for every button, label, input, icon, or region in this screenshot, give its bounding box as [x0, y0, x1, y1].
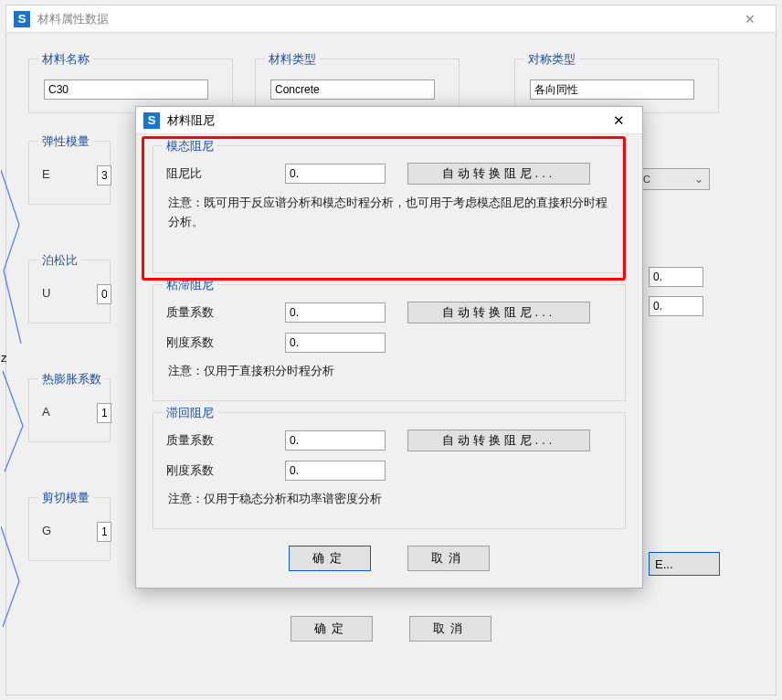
right-value-2[interactable]	[649, 296, 703, 316]
viscous-mass-input[interactable]	[285, 302, 386, 323]
legend-material-name: 材料名称	[38, 51, 93, 68]
hyst-note: 注意：仅用于稳态分析和功率谱密度分析	[166, 490, 612, 509]
poisson-label: U	[42, 286, 50, 300]
material-type-input[interactable]	[270, 80, 435, 100]
thermal-input[interactable]	[97, 403, 111, 423]
modal-title: 材料阻尼	[167, 112, 215, 129]
legend-poisson: 泊松比	[38, 252, 81, 269]
legend-symmetry-type: 对称类型	[524, 51, 579, 68]
modal-auto-convert-button[interactable]: 自动转换阻尼...	[407, 163, 590, 185]
group-poisson: 泊松比 U	[28, 260, 111, 323]
svg-text:z: z	[1, 351, 7, 365]
hyst-stiff-input[interactable]	[285, 461, 386, 481]
hyst-mass-label: 质量系数	[166, 432, 276, 449]
material-damping-dialog: S 材料阻尼 ✕ 模态阻尼 阻尼比 自动转换阻尼... 注意：既可用于反应谱分析…	[135, 106, 643, 589]
legend-hysteretic-damping: 滞回阻尼	[163, 405, 217, 421]
legend-shear: 剪切模量	[38, 490, 93, 506]
modal-damping-note: 注意：既可用于反应谱分析和模态时程分析，也可用于考虑模态阻尼的直接积分时程分析。	[166, 194, 612, 232]
poisson-input[interactable]	[97, 284, 111, 304]
viscous-note: 注意：仅用于直接积分时程分析	[166, 362, 612, 381]
modal-body: 模态阻尼 阻尼比 自动转换阻尼... 注意：既可用于反应谱分析和模态时程分析，也…	[136, 134, 642, 588]
group-material-name: 材料名称	[28, 58, 233, 113]
viscous-mass-label: 质量系数	[166, 304, 276, 321]
hyst-stiff-label: 刚度系数	[166, 462, 276, 479]
symmetry-type-input[interactable]	[530, 80, 694, 100]
bg-window-title: 材料属性数据	[37, 11, 109, 27]
elastic-unit-combo[interactable]: C	[635, 168, 710, 190]
bg-ok-button[interactable]: 确定	[291, 616, 373, 642]
modal-close-button[interactable]: ✕	[602, 109, 635, 133]
legend-thermal: 热膨胀系数	[38, 371, 105, 387]
damping-ratio-input[interactable]	[285, 164, 386, 184]
group-material-type: 材料类型	[255, 58, 460, 113]
modal-actions: 确定 取消	[136, 546, 642, 571]
legend-viscous-damping: 粘滞阻尼	[163, 277, 217, 293]
legend-modal-damping: 模态阻尼	[163, 138, 217, 154]
modal-ok-button[interactable]: 确定	[289, 546, 371, 571]
legend-material-type: 材料类型	[265, 51, 320, 68]
group-hysteretic-damping: 滞回阻尼 质量系数 自动转换阻尼... 刚度系数 注意：仅用于稳态分析和功率谱密…	[153, 412, 626, 529]
viscous-stiff-label: 刚度系数	[166, 334, 276, 351]
viscous-stiff-input[interactable]	[285, 333, 386, 353]
elastic-label: E	[42, 167, 50, 181]
group-modal-damping: 模态阻尼 阻尼比 自动转换阻尼... 注意：既可用于反应谱分析和模态时程分析，也…	[153, 145, 626, 273]
hyst-mass-input[interactable]	[285, 430, 386, 451]
elastic-input[interactable]	[97, 165, 111, 186]
background-doodle: z	[1, 161, 26, 673]
modal-app-icon: S	[143, 112, 160, 129]
right-value-1[interactable]	[649, 267, 703, 287]
legend-elastic: 弹性模量	[38, 133, 93, 150]
tail-e-button[interactable]: E...	[649, 552, 720, 576]
modal-cancel-button[interactable]: 取消	[407, 546, 490, 571]
bg-titlebar: S 材料属性数据 ✕	[6, 5, 776, 33]
viscous-auto-convert-button[interactable]: 自动转换阻尼...	[407, 302, 590, 323]
hyst-auto-convert-button[interactable]: 自动转换阻尼...	[407, 430, 590, 451]
group-thermal: 热膨胀系数 A	[28, 378, 111, 442]
group-symmetry-type: 对称类型	[514, 58, 719, 113]
bg-actions: 确定 取消	[6, 616, 776, 642]
group-shear: 剪切模量 G	[28, 497, 111, 561]
bg-cancel-button[interactable]: 取消	[409, 616, 491, 642]
shear-input[interactable]	[97, 522, 111, 542]
group-viscous-damping: 粘滞阻尼 质量系数 自动转换阻尼... 刚度系数 注意：仅用于直接积分时程分析	[153, 284, 626, 401]
group-elastic-modulus: 弹性模量 E	[28, 141, 111, 205]
material-name-input[interactable]	[44, 80, 208, 100]
app-icon: S	[14, 11, 30, 27]
modal-titlebar: S 材料阻尼 ✕	[136, 107, 642, 134]
shear-label: G	[42, 524, 51, 537]
damping-ratio-label: 阻尼比	[166, 165, 276, 182]
thermal-label: A	[42, 405, 50, 419]
bg-close-button[interactable]: ✕	[732, 6, 768, 32]
